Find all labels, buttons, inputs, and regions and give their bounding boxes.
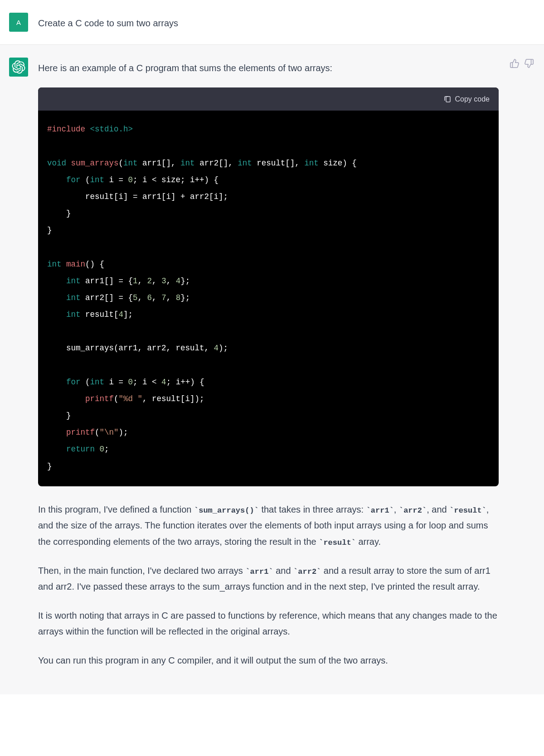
assistant-intro-text: Here is an example of a C program that s… xyxy=(38,60,499,76)
clipboard-icon xyxy=(443,95,452,103)
copy-code-button[interactable]: Copy code xyxy=(443,93,490,105)
code-header: Copy code xyxy=(38,87,499,111)
inline-code: `arr2` xyxy=(293,567,321,576)
inline-code: `result` xyxy=(319,538,356,547)
assistant-message: Here is an example of a C program that s… xyxy=(0,45,544,694)
code-content[interactable]: #include <stdio.h> void sum_arrays(int a… xyxy=(38,111,499,486)
inline-code: `arr2` xyxy=(399,506,427,515)
copy-label: Copy code xyxy=(455,93,490,105)
assistant-avatar xyxy=(9,58,28,77)
user-message-text: Create a C code to sum two arrays xyxy=(38,13,535,32)
inline-code: `arr1` xyxy=(366,506,394,515)
feedback-buttons xyxy=(510,58,534,68)
thumbs-down-icon xyxy=(524,58,534,68)
explanation-p2: Then, in the main function, I've declare… xyxy=(38,563,499,595)
svg-rect-0 xyxy=(446,97,450,102)
inline-code: `result` xyxy=(449,506,486,515)
explanation-p4: You can run this program in any C compil… xyxy=(38,653,499,669)
user-message: A Create a C code to sum two arrays xyxy=(0,0,544,45)
code-block: Copy code #include <stdio.h> void sum_ar… xyxy=(38,87,499,486)
explanation-p1: In this program, I've defined a function… xyxy=(38,502,499,550)
thumbs-down-button[interactable] xyxy=(524,58,534,68)
openai-logo-icon xyxy=(12,60,25,74)
inline-code: `sum_arrays()` xyxy=(194,506,259,515)
user-avatar: A xyxy=(9,13,28,32)
inline-code: `arr1` xyxy=(245,567,273,576)
thumbs-up-button[interactable] xyxy=(510,58,520,68)
avatar-letter: A xyxy=(16,19,21,26)
assistant-content: Here is an example of a C program that s… xyxy=(38,58,535,682)
explanation-p3: It is worth noting that arrays in C are … xyxy=(38,608,499,640)
thumbs-up-icon xyxy=(510,58,520,68)
